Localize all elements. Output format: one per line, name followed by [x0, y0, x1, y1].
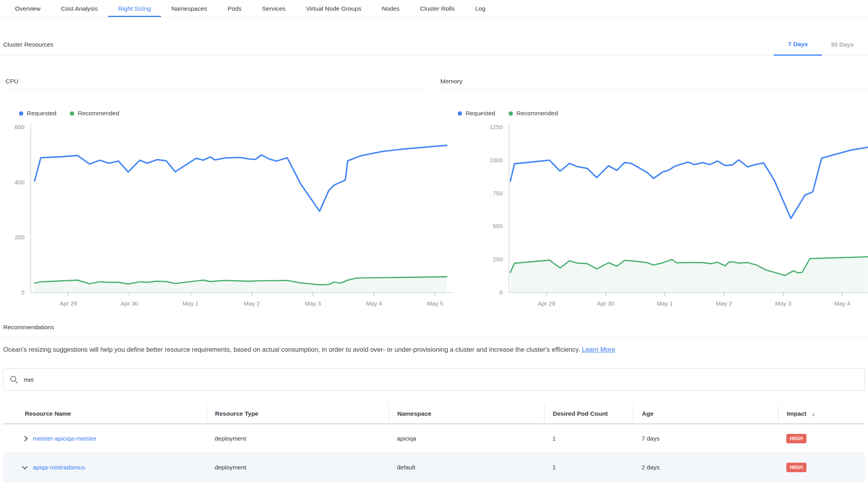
- recommended-series-dot-icon: [70, 111, 74, 116]
- column-header-label: Namespace: [397, 410, 431, 417]
- learn-more-link[interactable]: Learn More: [582, 346, 615, 353]
- tab-nodes[interactable]: Nodes: [372, 0, 410, 17]
- legend-label: Recommended: [516, 110, 558, 117]
- requested-series-dot-icon: [19, 111, 23, 116]
- svg-text:May 4: May 4: [366, 300, 382, 307]
- column-header-impact[interactable]: Impact↓: [778, 404, 865, 423]
- cpu-legend-recommended[interactable]: Recommended: [70, 110, 119, 117]
- chevron-right-icon[interactable]: [22, 436, 28, 441]
- svg-text:Apr 29: Apr 29: [60, 300, 77, 307]
- column-header-desired-pod-count[interactable]: Desired Pod Count: [544, 404, 633, 423]
- svg-text:Apr 29: Apr 29: [538, 300, 555, 307]
- legend-label: Recommended: [78, 110, 119, 117]
- sort-descending-icon[interactable]: ↓: [812, 410, 815, 417]
- cpu-legend-requested[interactable]: Requested: [19, 110, 56, 117]
- chevron-down-icon[interactable]: [22, 463, 28, 469]
- cell-desired-pod-count: 1: [544, 435, 633, 442]
- tab-namespaces[interactable]: Namespaces: [161, 0, 217, 17]
- legend-label: Requested: [27, 110, 56, 117]
- tab-cluster-rolls[interactable]: Cluster Rolls: [410, 0, 465, 17]
- svg-text:0: 0: [499, 289, 503, 296]
- svg-text:Apr 30: Apr 30: [121, 300, 138, 307]
- column-header-label: Impact: [787, 410, 806, 417]
- svg-text:0: 0: [21, 289, 24, 296]
- recommendations-search[interactable]: [3, 368, 865, 391]
- cell-namespace: default: [389, 464, 544, 471]
- cpu-chart-title: CPU: [3, 73, 428, 90]
- tab-log[interactable]: Log: [465, 0, 496, 17]
- svg-text:1000: 1000: [490, 157, 503, 163]
- table-header-row: Resource NameResource TypeNamespaceDesir…: [3, 404, 865, 424]
- memory-chart-title: Memory: [438, 73, 868, 90]
- svg-text:400: 400: [15, 179, 24, 186]
- range-30-days-tab[interactable]: 30 Days: [822, 34, 862, 55]
- recommended-series-dot-icon: [509, 111, 513, 116]
- recommendations-title: Recommendations: [0, 317, 868, 337]
- svg-text:May 2: May 2: [716, 300, 732, 307]
- cell-resource-type: deployment: [206, 464, 389, 471]
- column-header-label: Resource Name: [25, 410, 71, 417]
- column-header-resource-name[interactable]: Resource Name: [3, 404, 206, 423]
- search-input[interactable]: [24, 376, 858, 383]
- cell-age: 7 days: [633, 435, 778, 442]
- range-7-days-tab[interactable]: 7 Days: [774, 34, 822, 56]
- tab-services[interactable]: Services: [252, 0, 296, 17]
- column-header-namespace[interactable]: Namespace: [389, 404, 544, 423]
- svg-text:May 3: May 3: [775, 300, 791, 307]
- tab-virtual-node-groups[interactable]: Virtual Node Groups: [296, 0, 372, 17]
- svg-text:Apr 30: Apr 30: [597, 300, 614, 307]
- impact-badge: HIGH: [786, 434, 806, 443]
- svg-text:750: 750: [493, 190, 503, 197]
- cpu-line-chart: 0200400600Apr 29Apr 30May 1May 2May 3May…: [3, 121, 453, 306]
- cpu-legend: Requested Recommended: [19, 110, 428, 117]
- legend-label: Requested: [466, 110, 495, 117]
- resource-name-link[interactable]: meister-apiciqa-meister: [33, 435, 96, 442]
- resource-name-link[interactable]: apiqa-nostradamus: [33, 464, 85, 471]
- table-row[interactable]: apiqa-nostradamusdeploymentdefault12 day…: [3, 453, 865, 482]
- svg-text:May 4: May 4: [834, 300, 851, 307]
- cell-age: 2 days: [633, 464, 778, 471]
- svg-text:200: 200: [15, 234, 24, 240]
- table-body: meister-apiciqa-meisterdeploymentapiciqa…: [3, 424, 865, 482]
- cpu-panel: CPU Requested Recommended 0200400600Apr …: [3, 73, 428, 306]
- column-header-label: Age: [642, 410, 653, 417]
- svg-text:May 2: May 2: [244, 300, 260, 307]
- requested-series-dot-icon: [458, 111, 462, 116]
- cell-desired-pod-count: 1: [544, 464, 633, 471]
- svg-text:1250: 1250: [490, 124, 503, 130]
- memory-legend: Requested Recommended: [458, 110, 868, 117]
- cell-namespace: apiciqa: [389, 435, 544, 442]
- svg-text:May 1: May 1: [183, 300, 199, 307]
- cluster-resources-title: Cluster Resources: [0, 34, 54, 55]
- tab-pods[interactable]: Pods: [217, 0, 252, 17]
- svg-text:May 3: May 3: [305, 300, 321, 307]
- recommendations-description-text: Ocean's resizing suggestions will help y…: [3, 346, 582, 353]
- table-row[interactable]: meister-apiciqa-meisterdeploymentapiciqa…: [3, 424, 865, 453]
- column-header-label: Desired Pod Count: [553, 410, 608, 417]
- column-header-label: Resource Type: [215, 410, 258, 417]
- tab-overview[interactable]: Overview: [5, 0, 51, 17]
- recommendations-description: Ocean's resizing suggestions will help y…: [0, 346, 868, 353]
- cell-resource-type: deployment: [206, 435, 389, 442]
- tab-right-sizing[interactable]: Right Sizing: [108, 0, 161, 17]
- tab-cost-analysis[interactable]: Cost Analysis: [51, 0, 108, 17]
- time-range-toggle: 7 Days 30 Days: [774, 34, 868, 55]
- column-header-age[interactable]: Age: [633, 404, 778, 423]
- recommendations-table: Resource NameResource TypeNamespaceDesir…: [3, 404, 865, 482]
- column-header-resource-type[interactable]: Resource Type: [206, 404, 389, 423]
- svg-text:250: 250: [493, 256, 503, 263]
- memory-panel: Memory Requested Recommended 02505007501…: [438, 73, 868, 306]
- search-icon: [10, 375, 18, 384]
- svg-text:May 1: May 1: [657, 300, 673, 307]
- top-tab-bar: OverviewCost AnalysisRight SizingNamespa…: [0, 0, 868, 17]
- memory-line-chart: 025050075010001250Apr 29Apr 30May 1May 2…: [438, 121, 868, 306]
- memory-legend-requested[interactable]: Requested: [458, 110, 495, 117]
- charts-section: CPU Requested Recommended 0200400600Apr …: [0, 73, 868, 306]
- cluster-resources-header: Cluster Resources 7 Days 30 Days: [0, 34, 868, 56]
- impact-badge: HIGH: [786, 463, 806, 472]
- svg-text:500: 500: [493, 223, 503, 229]
- svg-text:600: 600: [15, 124, 24, 130]
- memory-legend-recommended[interactable]: Recommended: [509, 110, 558, 117]
